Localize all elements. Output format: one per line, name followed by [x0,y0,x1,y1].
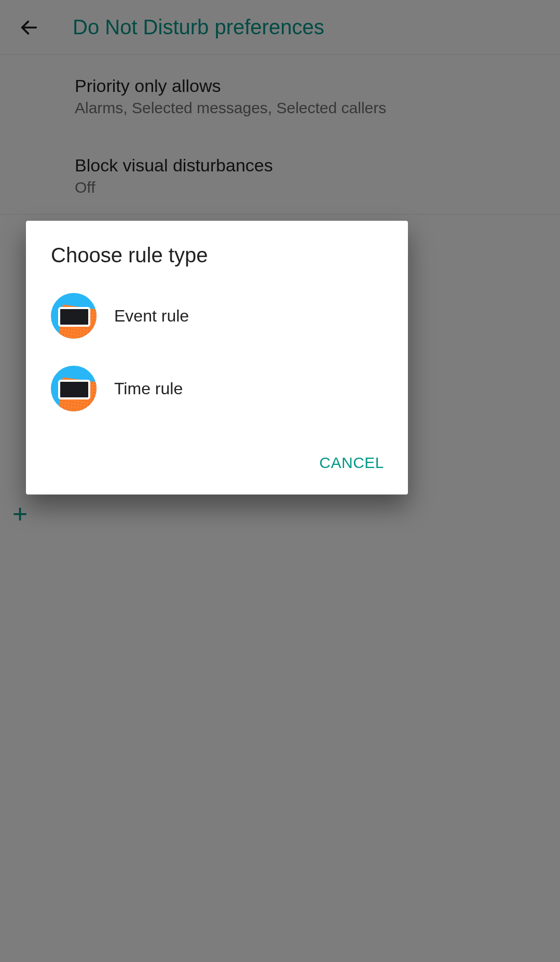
setting-subtitle: Off [75,179,539,196]
page-title: Do Not Disturb preferences [73,16,324,39]
choose-rule-dialog: Choose rule type Event rule Time rule CA… [26,221,408,495]
rule-option-time[interactable]: Time rule [26,352,408,425]
dialog-actions: CANCEL [26,425,408,481]
setting-title: Block visual disturbances [75,155,539,176]
cancel-button[interactable]: CANCEL [319,454,384,472]
setting-priority[interactable]: Priority only allows Alarms, Selected me… [75,55,539,135]
rule-option-label: Event rule [114,306,189,326]
back-icon[interactable] [17,15,42,40]
settings-list: Priority only allows Alarms, Selected me… [0,55,560,214]
rule-option-label: Time rule [114,379,183,398]
add-rule-button[interactable]: + [12,499,28,529]
setting-subtitle: Alarms, Selected messages, Selected call… [75,99,539,117]
app-bar: Do Not Disturb preferences [0,0,560,55]
rule-option-event[interactable]: Event rule [26,279,408,352]
time-rule-icon [51,366,97,411]
dialog-title: Choose rule type [26,221,408,279]
setting-title: Priority only allows [75,76,539,96]
setting-block-visual[interactable]: Block visual disturbances Off [75,135,539,214]
divider [0,214,560,215]
event-rule-icon [51,293,97,339]
